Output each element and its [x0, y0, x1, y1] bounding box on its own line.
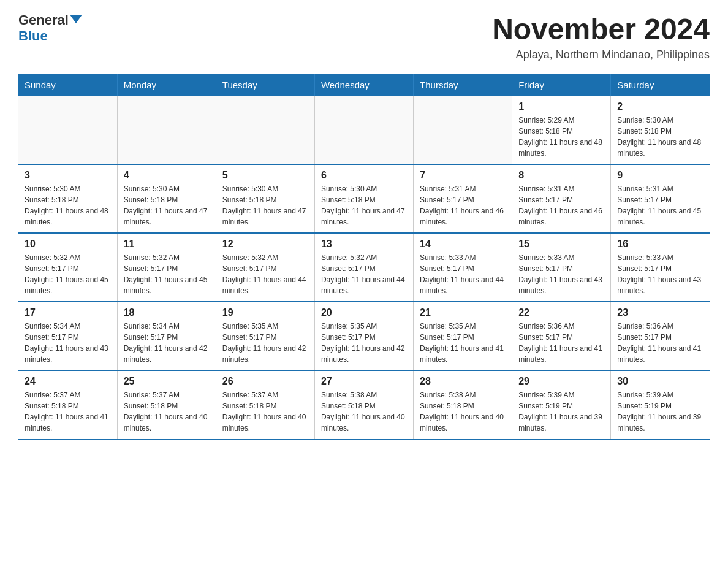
calendar-cell: 7Sunrise: 5:31 AM Sunset: 5:17 PM Daylig… — [414, 164, 512, 233]
calendar-cell: 25Sunrise: 5:37 AM Sunset: 5:18 PM Dayli… — [117, 370, 216, 439]
calendar-cell: 16Sunrise: 5:33 AM Sunset: 5:17 PM Dayli… — [611, 233, 710, 302]
calendar-cell: 30Sunrise: 5:39 AM Sunset: 5:19 PM Dayli… — [611, 370, 710, 439]
calendar-cell: 27Sunrise: 5:38 AM Sunset: 5:18 PM Dayli… — [314, 370, 413, 439]
column-header-monday: Monday — [117, 74, 216, 96]
calendar-cell: 20Sunrise: 5:35 AM Sunset: 5:17 PM Dayli… — [314, 302, 413, 370]
day-info: Sunrise: 5:35 AM Sunset: 5:17 PM Dayligh… — [222, 321, 308, 365]
day-number: 15 — [518, 239, 604, 250]
title-area: November 2024 Aplaya, Northern Mindanao,… — [492, 12, 710, 61]
day-info: Sunrise: 5:32 AM Sunset: 5:17 PM Dayligh… — [25, 252, 111, 296]
day-number: 23 — [617, 307, 703, 318]
day-info: Sunrise: 5:39 AM Sunset: 5:19 PM Dayligh… — [617, 389, 703, 434]
calendar-cell: 11Sunrise: 5:32 AM Sunset: 5:17 PM Dayli… — [117, 233, 216, 302]
day-info: Sunrise: 5:36 AM Sunset: 5:17 PM Dayligh… — [617, 321, 703, 365]
calendar-week-row: 10Sunrise: 5:32 AM Sunset: 5:17 PM Dayli… — [18, 233, 710, 302]
day-number: 8 — [518, 170, 604, 181]
day-info: Sunrise: 5:30 AM Sunset: 5:18 PM Dayligh… — [321, 183, 407, 228]
calendar-cell: 22Sunrise: 5:36 AM Sunset: 5:17 PM Dayli… — [512, 302, 611, 370]
calendar-header-row: SundayMondayTuesdayWednesdayThursdayFrid… — [18, 74, 710, 96]
day-number: 28 — [420, 376, 506, 387]
day-number: 5 — [222, 170, 308, 181]
calendar-cell: 6Sunrise: 5:30 AM Sunset: 5:18 PM Daylig… — [314, 164, 413, 233]
day-info: Sunrise: 5:31 AM Sunset: 5:17 PM Dayligh… — [518, 183, 604, 228]
logo-general-text: General — [18, 12, 69, 28]
calendar-cell: 19Sunrise: 5:35 AM Sunset: 5:17 PM Dayli… — [216, 302, 314, 370]
calendar-cell: 5Sunrise: 5:30 AM Sunset: 5:18 PM Daylig… — [216, 164, 314, 233]
logo-blue-text: Blue — [18, 28, 48, 44]
calendar-week-row: 1Sunrise: 5:29 AM Sunset: 5:18 PM Daylig… — [18, 96, 710, 164]
calendar-week-row: 24Sunrise: 5:37 AM Sunset: 5:18 PM Dayli… — [18, 370, 710, 439]
column-header-friday: Friday — [512, 74, 611, 96]
calendar-cell: 1Sunrise: 5:29 AM Sunset: 5:18 PM Daylig… — [512, 96, 611, 164]
day-info: Sunrise: 5:38 AM Sunset: 5:18 PM Dayligh… — [321, 389, 407, 434]
day-info: Sunrise: 5:39 AM Sunset: 5:19 PM Dayligh… — [518, 389, 604, 434]
day-info: Sunrise: 5:32 AM Sunset: 5:17 PM Dayligh… — [124, 252, 210, 296]
day-number: 3 — [25, 170, 111, 181]
calendar-cell: 12Sunrise: 5:32 AM Sunset: 5:17 PM Dayli… — [216, 233, 314, 302]
day-number: 18 — [124, 307, 210, 318]
day-number: 24 — [25, 376, 111, 387]
day-info: Sunrise: 5:37 AM Sunset: 5:18 PM Dayligh… — [222, 389, 308, 434]
day-info: Sunrise: 5:33 AM Sunset: 5:17 PM Dayligh… — [420, 252, 506, 296]
calendar-cell — [18, 96, 117, 164]
calendar-cell: 4Sunrise: 5:30 AM Sunset: 5:18 PM Daylig… — [117, 164, 216, 233]
calendar-cell — [314, 96, 413, 164]
day-number: 6 — [321, 170, 407, 181]
day-number: 16 — [617, 239, 703, 250]
day-number: 7 — [420, 170, 506, 181]
calendar-cell: 9Sunrise: 5:31 AM Sunset: 5:17 PM Daylig… — [611, 164, 710, 233]
day-info: Sunrise: 5:35 AM Sunset: 5:17 PM Dayligh… — [321, 321, 407, 365]
day-info: Sunrise: 5:29 AM Sunset: 5:18 PM Dayligh… — [518, 115, 604, 159]
calendar-week-row: 3Sunrise: 5:30 AM Sunset: 5:18 PM Daylig… — [18, 164, 710, 233]
calendar-cell — [414, 96, 512, 164]
day-number: 30 — [617, 376, 703, 387]
column-header-sunday: Sunday — [18, 74, 117, 96]
calendar-table: SundayMondayTuesdayWednesdayThursdayFrid… — [18, 74, 710, 440]
day-number: 2 — [617, 101, 703, 112]
calendar-cell: 26Sunrise: 5:37 AM Sunset: 5:18 PM Dayli… — [216, 370, 314, 439]
day-info: Sunrise: 5:33 AM Sunset: 5:17 PM Dayligh… — [518, 252, 604, 296]
calendar-cell: 14Sunrise: 5:33 AM Sunset: 5:17 PM Dayli… — [414, 233, 512, 302]
day-info: Sunrise: 5:30 AM Sunset: 5:18 PM Dayligh… — [222, 183, 308, 228]
day-info: Sunrise: 5:30 AM Sunset: 5:18 PM Dayligh… — [124, 183, 210, 228]
day-info: Sunrise: 5:34 AM Sunset: 5:17 PM Dayligh… — [25, 321, 111, 365]
day-info: Sunrise: 5:34 AM Sunset: 5:17 PM Dayligh… — [124, 321, 210, 365]
calendar-cell: 3Sunrise: 5:30 AM Sunset: 5:18 PM Daylig… — [18, 164, 117, 233]
day-info: Sunrise: 5:36 AM Sunset: 5:17 PM Dayligh… — [518, 321, 604, 365]
calendar-cell: 29Sunrise: 5:39 AM Sunset: 5:19 PM Dayli… — [512, 370, 611, 439]
day-number: 13 — [321, 239, 407, 250]
calendar-cell: 8Sunrise: 5:31 AM Sunset: 5:17 PM Daylig… — [512, 164, 611, 233]
calendar-cell — [216, 96, 314, 164]
day-number: 27 — [321, 376, 407, 387]
calendar-cell: 18Sunrise: 5:34 AM Sunset: 5:17 PM Dayli… — [117, 302, 216, 370]
day-number: 26 — [222, 376, 308, 387]
day-number: 14 — [420, 239, 506, 250]
month-title: November 2024 — [492, 12, 710, 46]
header: General Blue November 2024 Aplaya, North… — [18, 12, 710, 61]
day-info: Sunrise: 5:38 AM Sunset: 5:18 PM Dayligh… — [420, 389, 506, 434]
day-info: Sunrise: 5:32 AM Sunset: 5:17 PM Dayligh… — [321, 252, 407, 296]
day-number: 17 — [25, 307, 111, 318]
day-info: Sunrise: 5:31 AM Sunset: 5:17 PM Dayligh… — [420, 183, 506, 228]
calendar-cell: 24Sunrise: 5:37 AM Sunset: 5:18 PM Dayli… — [18, 370, 117, 439]
column-header-thursday: Thursday — [414, 74, 512, 96]
day-number: 20 — [321, 307, 407, 318]
day-info: Sunrise: 5:33 AM Sunset: 5:17 PM Dayligh… — [617, 252, 703, 296]
day-info: Sunrise: 5:30 AM Sunset: 5:18 PM Dayligh… — [25, 183, 111, 228]
day-info: Sunrise: 5:32 AM Sunset: 5:17 PM Dayligh… — [222, 252, 308, 296]
calendar-cell: 2Sunrise: 5:30 AM Sunset: 5:18 PM Daylig… — [611, 96, 710, 164]
day-number: 19 — [222, 307, 308, 318]
calendar-week-row: 17Sunrise: 5:34 AM Sunset: 5:17 PM Dayli… — [18, 302, 710, 370]
day-number: 11 — [124, 239, 210, 250]
day-info: Sunrise: 5:30 AM Sunset: 5:18 PM Dayligh… — [617, 115, 703, 159]
calendar-cell: 23Sunrise: 5:36 AM Sunset: 5:17 PM Dayli… — [611, 302, 710, 370]
day-info: Sunrise: 5:35 AM Sunset: 5:17 PM Dayligh… — [420, 321, 506, 365]
location-subtitle: Aplaya, Northern Mindanao, Philippines — [492, 48, 710, 61]
logo-triangle-icon — [70, 15, 82, 23]
calendar-cell: 15Sunrise: 5:33 AM Sunset: 5:17 PM Dayli… — [512, 233, 611, 302]
calendar-cell: 13Sunrise: 5:32 AM Sunset: 5:17 PM Dayli… — [314, 233, 413, 302]
day-info: Sunrise: 5:37 AM Sunset: 5:18 PM Dayligh… — [25, 389, 111, 434]
day-info: Sunrise: 5:31 AM Sunset: 5:17 PM Dayligh… — [617, 183, 703, 228]
day-number: 29 — [518, 376, 604, 387]
day-number: 22 — [518, 307, 604, 318]
